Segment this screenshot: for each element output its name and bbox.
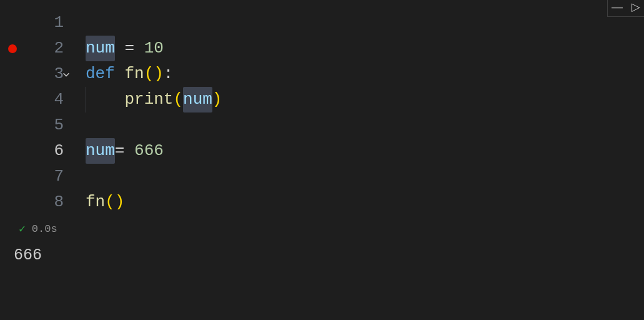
token: print	[124, 87, 173, 112]
run-next-icon[interactable]: ▷	[632, 1, 640, 12]
line-number[interactable]: 8	[20, 189, 64, 215]
code-content[interactable]: num= 666	[72, 138, 164, 164]
token	[115, 36, 125, 61]
code-content[interactable]: fn()	[72, 189, 124, 215]
output-area: 666	[0, 238, 644, 273]
code-line[interactable]: 8fn()	[0, 189, 644, 215]
line-number[interactable]: 7	[20, 164, 64, 189]
code-line[interactable]: 3def fn():	[0, 61, 644, 87]
fold-gutter[interactable]	[61, 70, 72, 79]
line-number[interactable]: 6	[20, 138, 64, 164]
minimize-icon[interactable]: —	[612, 1, 623, 12]
breakpoint-icon[interactable]	[8, 44, 17, 53]
line-number[interactable]: 1	[20, 10, 64, 36]
token: (	[105, 189, 115, 215]
code-line[interactable]: 7	[0, 164, 644, 189]
token: fn	[124, 61, 144, 87]
token: num	[86, 138, 115, 164]
code-line[interactable]: 5	[0, 112, 644, 138]
token: )	[115, 189, 125, 215]
token: =	[124, 36, 134, 61]
token: (	[173, 87, 183, 112]
token: num	[86, 36, 115, 61]
token: )	[154, 61, 164, 87]
code-line[interactable]: 4 print(num)	[0, 87, 644, 112]
token	[115, 61, 125, 87]
token: def	[86, 61, 115, 87]
token: (	[144, 61, 154, 87]
chevron-down-icon[interactable]	[62, 70, 71, 79]
code-content[interactable]: def fn():	[72, 61, 173, 87]
check-icon: ✓	[19, 222, 26, 236]
code-line[interactable]: 2num = 10	[0, 36, 644, 61]
code-line[interactable]: 1	[0, 10, 644, 36]
token: fn	[86, 189, 105, 215]
token: =	[115, 138, 125, 164]
line-number[interactable]: 5	[20, 112, 64, 138]
output-text: 666	[14, 246, 42, 264]
token: )	[212, 87, 222, 112]
execution-time: 0.0s	[32, 223, 57, 235]
line-number[interactable]: 3	[20, 61, 64, 87]
token: 10	[144, 36, 164, 61]
line-number[interactable]: 2	[20, 36, 64, 61]
execution-status: ✓ 0.0s	[0, 220, 644, 238]
code-editor[interactable]: 12num = 103def fn():4 print(num)56num= 6…	[0, 0, 644, 215]
code-content[interactable]: print(num)	[72, 87, 222, 112]
code-line[interactable]: 6num= 666	[0, 138, 644, 164]
token	[124, 138, 134, 164]
line-number[interactable]: 4	[20, 87, 64, 112]
token: 666	[134, 138, 164, 164]
token: num	[183, 87, 212, 112]
token	[134, 36, 144, 61]
breakpoint-gutter[interactable]	[5, 44, 20, 53]
token: :	[164, 61, 174, 87]
code-content[interactable]: num = 10	[72, 36, 164, 61]
cell-toolbar: — ▷	[607, 0, 644, 17]
